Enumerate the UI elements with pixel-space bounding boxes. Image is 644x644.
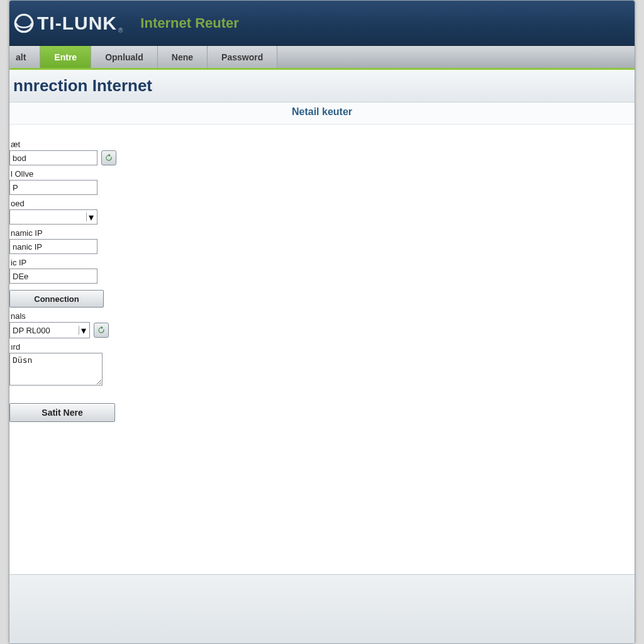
field-label: oed: [9, 199, 129, 208]
field-label: l Ollve: [9, 169, 129, 179]
field-textarea-7[interactable]: Düsn: [9, 353, 103, 386]
page-title: nnrection Internet: [13, 76, 631, 96]
nav-tab-label: Password: [221, 52, 263, 62]
nav-tab-label: alt: [16, 52, 26, 62]
brand-suffix: ®: [118, 27, 123, 45]
field-label: æt: [9, 140, 129, 149]
nav-tab-alt[interactable]: alt: [9, 46, 40, 68]
main-nav: alt Entre Opnluald Nene Password: [9, 46, 635, 70]
field-select-6[interactable]: DP RL000: [9, 322, 90, 338]
field-input-1[interactable]: [9, 150, 97, 165]
field-input-5[interactable]: [9, 269, 97, 284]
field-label: ic IP: [9, 258, 129, 267]
field-input-4[interactable]: [9, 239, 97, 254]
refresh-icon: [104, 153, 113, 162]
page-subtitle: Netail keuter: [9, 103, 635, 125]
connection-button[interactable]: Connection: [9, 290, 104, 308]
content-area: æt l Ollve oed ▾ namic IP ic IP Connecti…: [9, 125, 635, 602]
router-admin-window: TI-LUNK ® Internet Reuter alt Entre Opnl…: [9, 0, 635, 644]
refresh-button-2[interactable]: [94, 323, 109, 338]
brand-logo-icon: [13, 13, 35, 34]
nav-tab-label: Opnluald: [105, 52, 143, 62]
submit-button[interactable]: Satit Nere: [9, 403, 115, 422]
footer-band: [9, 574, 635, 643]
form-column: æt l Ollve oed ▾ namic IP ic IP Connecti…: [9, 140, 129, 422]
nav-tab-label: Nene: [172, 52, 193, 62]
nav-tab-entre[interactable]: Entre: [40, 46, 91, 68]
nav-tab-password[interactable]: Password: [208, 46, 277, 68]
field-input-2[interactable]: [9, 180, 97, 195]
nav-tab-nene[interactable]: Nene: [158, 46, 208, 68]
refresh-icon: [97, 326, 106, 335]
field-label: namic IP: [9, 228, 129, 238]
nav-tab-opnluald[interactable]: Opnluald: [91, 46, 158, 68]
field-label: ırd: [9, 342, 129, 352]
product-name: Internet Reuter: [140, 15, 238, 31]
field-label: nals: [9, 311, 129, 321]
header-band: TI-LUNK ® Internet Reuter: [9, 1, 635, 46]
nav-tab-label: Entre: [54, 52, 77, 62]
brand-name: TI-LUNK: [37, 13, 117, 34]
refresh-button-1[interactable]: [101, 150, 116, 165]
field-select-3[interactable]: [9, 209, 97, 225]
page-title-strip: nnrection Internet: [9, 70, 635, 103]
